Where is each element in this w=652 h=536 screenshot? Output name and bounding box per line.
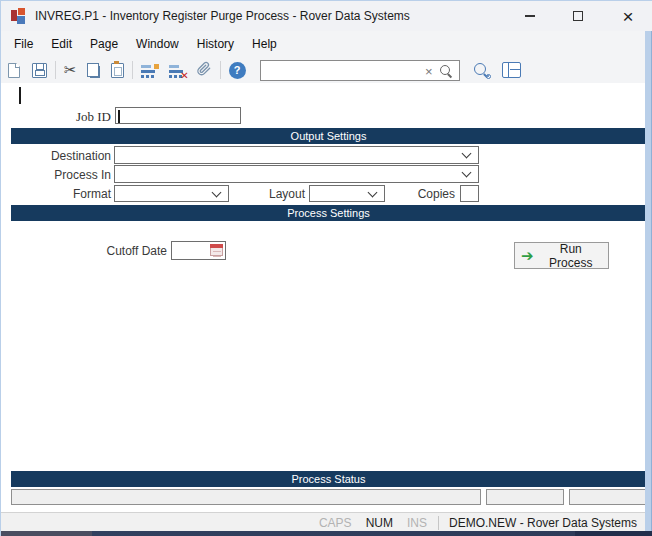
help-icon[interactable]: ? [229,62,246,79]
output-settings-header: Output Settings [11,128,646,144]
toolbar-search: × [260,60,460,81]
form-area: Job ID Output Settings Destination Proce… [1,83,652,512]
cut-icon[interactable]: ✂ [64,62,77,77]
menu-bar: File Edit Page Window History Help [1,31,652,57]
copy-icon[interactable] [90,66,100,78]
process-settings-header: Process Settings [11,205,646,221]
search-input[interactable] [263,61,423,80]
logo-blue-square [17,16,25,24]
calendar-icon[interactable] [210,244,223,256]
run-process-button[interactable]: ➔ Run Process [514,242,609,269]
maximize-icon [573,11,583,21]
run-arrow-icon: ➔ [521,248,534,263]
status-bar: CAPS NUM INS DEMO.NEW - Rover Data Syste… [1,512,652,531]
process-in-dropdown[interactable] [114,165,479,183]
format-label: Format [1,187,111,201]
maximize-button[interactable] [559,1,597,31]
red-x: ✕ [180,71,188,81]
num-indicator: NUM [359,516,400,530]
cutoff-date-field [171,241,226,260]
clear-search-icon[interactable]: × [425,62,433,81]
zoom-record-icon[interactable] [473,62,491,79]
layout-label: Layout [239,187,305,201]
format-dropdown[interactable] [114,185,229,202]
menu-history[interactable]: History [188,31,243,57]
application-window: INVREG.P1 - Inventory Register Purge Pro… [0,0,652,536]
logo-orange-square [18,8,25,15]
toolbar-separator [55,61,56,79]
close-button[interactable]: × [607,1,649,31]
menu-page[interactable]: Page [81,31,127,57]
minimize-icon [525,15,535,17]
status-divider [438,516,439,530]
new-document-icon[interactable] [8,63,20,78]
ins-indicator: INS [400,516,434,530]
close-icon: × [622,7,633,26]
toolbar-separator [220,61,221,79]
window-title: INVREG.P1 - Inventory Register Purge Pro… [35,1,410,31]
process-status-header: Process Status [11,471,646,487]
menu-help[interactable]: Help [243,31,286,57]
toolbar-separator [132,61,133,79]
copies-label: Copies [379,187,455,201]
menu-file[interactable]: File [5,31,42,57]
window-bottom-edge [1,531,652,536]
search-icon[interactable] [439,64,453,78]
process-in-label: Process In [1,168,111,182]
insert-rows-icon[interactable] [141,65,159,78]
destination-dropdown[interactable] [114,146,479,164]
job-id-input[interactable] [115,107,241,124]
title-bar: INVREG.P1 - Inventory Register Purge Pro… [1,1,652,31]
job-id-label: Job ID [1,109,111,125]
destination-label: Destination [1,149,111,163]
paste-icon[interactable] [111,63,124,78]
status-field-right [569,489,646,505]
orange-dot [154,64,159,69]
menu-edit[interactable]: Edit [42,31,81,57]
attachment-icon[interactable] [196,60,212,81]
menu-window[interactable]: Window [127,31,188,57]
window-layout-icon[interactable] [502,62,521,78]
app-logo-icon [11,8,28,24]
window-right-border [645,31,652,531]
copies-input[interactable] [460,185,479,202]
delete-rows-icon[interactable]: ✕ [169,65,187,78]
toolbar: ✂ ✕ ? × [1,57,652,83]
text-caret [19,87,21,104]
status-field-middle [486,489,564,505]
caps-indicator: CAPS [312,516,359,530]
status-field-main [11,489,481,505]
cutoff-date-label: Cutoff Date [59,244,167,258]
run-process-label: Run Process [540,242,602,270]
minimize-button[interactable] [511,1,549,31]
input-caret [118,110,120,123]
save-icon[interactable] [32,63,47,78]
status-bar-right: CAPS NUM INS DEMO.NEW - Rover Data Syste… [312,513,645,532]
session-context: DEMO.NEW - Rover Data Systems [443,516,645,530]
layout-dropdown[interactable] [309,185,385,202]
